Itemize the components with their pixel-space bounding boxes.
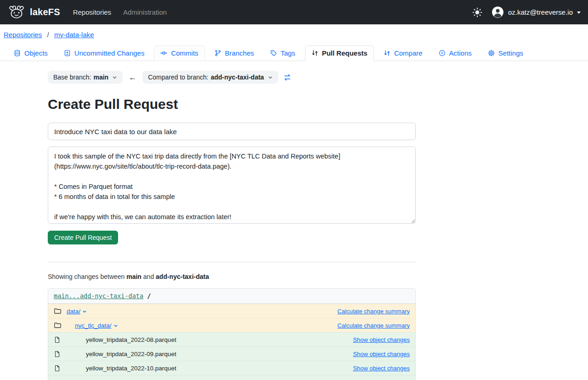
changes-summary-note: Showing changes between main and add-nyc… xyxy=(48,273,416,280)
tab-label: Tags xyxy=(281,49,295,57)
breadcrumb-repositories-link[interactable]: Repositories xyxy=(4,31,42,39)
tab-compare[interactable]: Compare xyxy=(377,45,429,61)
show-object-changes-link[interactable]: Show object changes xyxy=(353,365,410,372)
tab-commits[interactable]: Commits xyxy=(154,45,204,61)
tab-label: Actions xyxy=(449,49,472,57)
git-branch-icon xyxy=(215,50,221,57)
table-row-folder-data: data/ Calculate change summary xyxy=(48,304,415,318)
top-navbar: lakeFS Repositories Administration oz.ka… xyxy=(0,0,588,24)
changes-table-header: main...add-nyc-taxi-data / xyxy=(48,289,415,304)
person-icon xyxy=(492,6,504,18)
tab-label: Compare xyxy=(394,49,423,57)
create-pull-request-button[interactable]: Create Pull Request xyxy=(48,231,118,244)
play-circle-icon xyxy=(439,50,446,57)
page-title: Create Pull Request xyxy=(48,96,416,113)
compared-branch-selector[interactable]: Compared to branch: add-nyc-taxi-data xyxy=(142,71,278,84)
folder-link[interactable]: data/ xyxy=(67,308,80,315)
pr-description-textarea[interactable]: I took this sample of the NYC taxi trip … xyxy=(48,147,416,224)
axolotl-logo-icon xyxy=(7,5,26,19)
file-name: yellow_tripdata_2022-08.parquet xyxy=(86,336,176,343)
chevron-down-icon xyxy=(577,11,581,14)
file-icon xyxy=(54,351,61,357)
database-icon xyxy=(14,50,21,57)
gear-icon xyxy=(488,50,495,57)
compared-branch-name: add-nyc-taxi-data xyxy=(211,74,264,81)
pull-request-create-panel: Base branch: main ← Compared to branch: … xyxy=(48,71,416,380)
changes-note-conjunction: and xyxy=(143,273,154,280)
sun-icon[interactable] xyxy=(472,7,482,17)
chevron-down-icon xyxy=(112,75,117,80)
navbar-right: oz.katz@treeverse.io xyxy=(472,6,581,18)
show-object-changes-link[interactable]: Show object changes xyxy=(353,336,410,343)
breadcrumb: Repositories / my-data-lake xyxy=(0,24,588,45)
user-email: oz.katz@treeverse.io xyxy=(508,8,573,16)
changes-table: main...add-nyc-taxi-data / data/ Calcula… xyxy=(48,288,416,380)
file-diff-icon xyxy=(64,50,71,57)
table-row-file-2022-08: yellow_tripdata_2022-08.parquet Show obj… xyxy=(48,332,415,346)
calculate-change-summary-link[interactable]: Calculate change summary xyxy=(337,308,410,315)
chevron-down-icon[interactable] xyxy=(113,323,118,328)
tab-pull-requests[interactable]: Pull Requests xyxy=(305,45,374,61)
tab-settings[interactable]: Settings xyxy=(481,45,530,61)
navbar-item-administration[interactable]: Administration xyxy=(123,8,167,16)
git-pull-request-icon xyxy=(311,50,318,57)
tab-branches[interactable]: Branches xyxy=(208,45,260,61)
ref-path: / xyxy=(147,292,151,300)
base-branch-name: main xyxy=(94,74,109,81)
calculate-change-summary-link[interactable]: Calculate change summary xyxy=(337,322,410,329)
compare-bar: Base branch: main ← Compared to branch: … xyxy=(48,71,416,84)
compared-branch-label: Compared to branch: xyxy=(148,74,209,81)
table-row-folder-nyc-tlc-data: nyc_tlc_data/ Calculate change summary xyxy=(48,318,415,332)
brand-name[interactable]: lakeFS xyxy=(30,7,60,17)
commit-icon xyxy=(160,50,167,57)
brand[interactable]: lakeFS xyxy=(7,5,60,19)
folder-link[interactable]: nyc_tlc_data/ xyxy=(75,322,112,329)
pr-title-input[interactable] xyxy=(48,123,416,140)
tab-label: Settings xyxy=(498,49,523,57)
tab-actions[interactable]: Actions xyxy=(432,45,478,61)
tab-label: Branches xyxy=(225,49,254,57)
breadcrumb-repo-link[interactable]: my-data-lake xyxy=(54,31,94,39)
tab-label: Uncommitted Changes xyxy=(74,49,145,57)
tab-label: Pull Requests xyxy=(322,49,368,57)
navbar-links: Repositories Administration xyxy=(73,8,167,16)
tab-label: Commits xyxy=(171,49,198,57)
repo-tab-bar: Objects Uncommitted Changes Commits xyxy=(0,45,588,61)
swap-arrows-icon[interactable] xyxy=(283,74,291,81)
table-row-file-2022-10: yellow_tripdata_2022-10.parquet Show obj… xyxy=(48,361,415,375)
changes-note-prefix: Showing changes between xyxy=(48,273,124,280)
base-branch-label: Base branch: xyxy=(53,74,91,81)
tab-objects[interactable]: Objects xyxy=(7,45,54,61)
breadcrumb-separator: / xyxy=(47,31,49,39)
tab-tags[interactable]: Tags xyxy=(264,45,302,61)
table-row-file-2022-09: yellow_tripdata_2022-09.parquet Show obj… xyxy=(48,346,415,361)
table-row-partial xyxy=(48,375,415,380)
section-divider xyxy=(48,262,416,262)
user-menu[interactable]: oz.katz@treeverse.io xyxy=(492,6,581,18)
folder-icon xyxy=(54,307,61,315)
file-icon xyxy=(54,365,61,372)
file-name: yellow_tripdata_2022-10.parquet xyxy=(86,365,176,372)
navbar-item-repositories[interactable]: Repositories xyxy=(73,8,111,16)
git-compare-icon xyxy=(384,50,390,57)
changes-note-base-branch: main xyxy=(126,273,141,280)
ref-range-link[interactable]: main...add-nyc-taxi-data xyxy=(54,292,143,300)
changes-note-compared-branch: add-nyc-taxi-data xyxy=(156,273,209,280)
file-icon xyxy=(54,336,61,343)
direction-arrow: ← xyxy=(129,74,136,81)
tab-uncommitted-changes[interactable]: Uncommitted Changes xyxy=(57,45,151,61)
folder-icon xyxy=(54,322,61,329)
tab-label: Objects xyxy=(24,49,48,57)
tag-icon xyxy=(270,50,277,57)
chevron-down-icon[interactable] xyxy=(82,309,87,314)
show-object-changes-link[interactable]: Show object changes xyxy=(353,351,410,357)
file-name: yellow_tripdata_2022-09.parquet xyxy=(86,351,176,357)
chevron-down-icon xyxy=(268,75,273,80)
base-branch-selector[interactable]: Base branch: main xyxy=(48,71,123,84)
